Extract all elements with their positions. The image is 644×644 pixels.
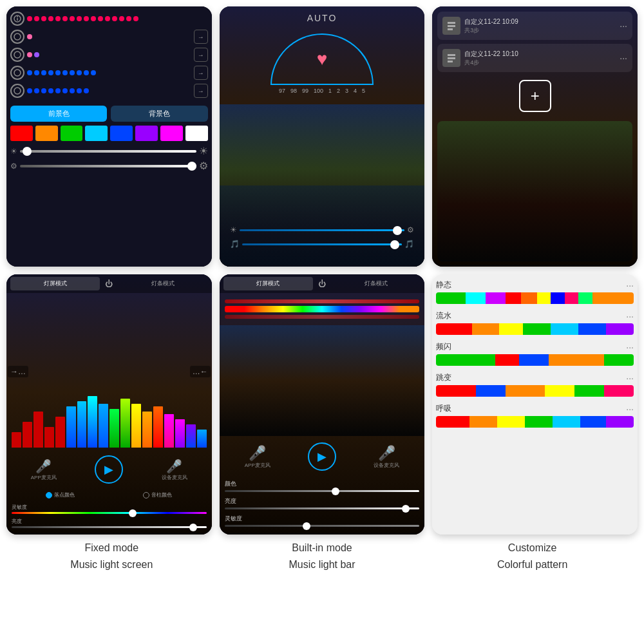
cp-dots-flow[interactable]: ··· xyxy=(626,311,634,321)
ms-bottom-sliders: 灵敏度 亮度 xyxy=(6,501,212,535)
mb-tab-screen[interactable]: 灯屏模式 xyxy=(223,277,313,290)
fm-icon-4 xyxy=(10,66,24,80)
mb-slider2-label: 亮度 xyxy=(225,497,420,506)
mb-thumb-3[interactable] xyxy=(303,522,310,530)
builtin-thumb-1[interactable] xyxy=(393,226,402,235)
mb-mic-label-right: 设备麦克风 xyxy=(374,462,399,469)
fm-dots-row-2 xyxy=(27,34,191,39)
builtin-slider-1[interactable] xyxy=(240,229,405,231)
fm-foreground-btn[interactable]: 前景色 xyxy=(10,106,107,122)
builtin-slider-2[interactable] xyxy=(242,243,402,245)
fm-speed-icon-left: ⚙ xyxy=(10,162,17,171)
cust-text-2: 自定义11-22 10:10 共4步 xyxy=(464,50,616,67)
cust-dots-2[interactable]: ··· xyxy=(620,53,627,63)
cp-seg xyxy=(606,416,634,428)
cust-item-1[interactable]: 自定义11-22 10:09 共3步 ··· xyxy=(437,12,632,40)
ms-power-icon[interactable]: ⏻ xyxy=(105,279,113,289)
fm-dots-row-1 xyxy=(27,16,208,21)
cp-bar-jump xyxy=(436,385,634,397)
fm-arrow-5[interactable]: → xyxy=(194,84,208,98)
cp-seg xyxy=(553,416,580,428)
cp-seg xyxy=(436,385,475,397)
cp-dots-jump[interactable]: ··· xyxy=(626,373,634,383)
fm-arrow-2[interactable]: → xyxy=(194,30,208,44)
fm-icon-1 xyxy=(10,12,24,26)
cp-title-flash: 频闪 xyxy=(436,341,451,352)
cust-add-btn[interactable]: + xyxy=(519,80,551,112)
cp-seg xyxy=(486,292,506,304)
cp-seg xyxy=(519,354,549,366)
cp-bar-flow xyxy=(436,323,634,335)
fm-thumb-1[interactable] xyxy=(23,147,32,156)
ms-mic-right-group: 🎤 设备麦克风 xyxy=(162,459,187,481)
cp-title-static: 静态 xyxy=(436,279,451,290)
ms-next-btn[interactable]: …← xyxy=(190,366,211,377)
cp-dots-static[interactable]: ··· xyxy=(626,280,634,290)
ms-radio-item-1[interactable]: 落点颜色 xyxy=(46,491,75,498)
cp-seg xyxy=(551,292,564,304)
fm-slider-1[interactable] xyxy=(20,150,196,153)
fm-swatch-red[interactable] xyxy=(10,126,33,141)
fm-thumb-2[interactable] xyxy=(187,162,196,171)
cp-dots-breathe[interactable]: ··· xyxy=(626,404,634,414)
cp-seg xyxy=(551,323,578,335)
cp-header-jump: 跳变 ··· xyxy=(436,372,634,383)
fm-row-2: → xyxy=(10,30,208,44)
ms-slider-1[interactable] xyxy=(12,512,207,514)
ms-radio-item-2[interactable]: 音柱颜色 xyxy=(143,491,172,498)
ms-play-btn[interactable]: ▶ xyxy=(95,455,123,484)
builtin-brightness-icon-left: ☀ xyxy=(230,225,237,234)
mb-mic-label-left: APP麦克风 xyxy=(245,462,270,469)
cp-item-breathe: 呼吸 ··· xyxy=(436,403,634,428)
mb-play-btn[interactable]: ▶ xyxy=(308,442,336,471)
cp-title-flow: 流水 xyxy=(436,310,451,321)
ms-prev-btn[interactable]: →… xyxy=(8,366,28,377)
fm-swatch-pink[interactable] xyxy=(160,126,183,141)
mb-tab-bar[interactable]: 灯条模式 xyxy=(331,277,421,290)
builtin-settings-icon[interactable]: ⚙ xyxy=(407,225,414,234)
fm-dots-row-3 xyxy=(27,52,191,57)
ms-radio-circle-2 xyxy=(143,492,149,498)
fm-swatch-orange[interactable] xyxy=(35,126,58,141)
mb-bar-visual xyxy=(220,293,425,325)
cp-seg xyxy=(436,416,469,428)
fm-color-buttons: 前景色 背景色 xyxy=(10,106,208,122)
cust-title-2: 自定义11-22 10:10 xyxy=(464,50,616,59)
fm-arrow-3[interactable]: → xyxy=(194,48,208,62)
builtin-thumb-2[interactable] xyxy=(390,240,399,249)
ms-mic-left-group: 🎤 APP麦克风 xyxy=(31,459,57,481)
mb-slider-3[interactable] xyxy=(225,525,420,527)
ms-mic-icon-left: 🎤 xyxy=(31,459,57,474)
fm-background-btn[interactable]: 背景色 xyxy=(111,106,207,122)
cp-seg xyxy=(523,323,551,335)
mb-slider-1[interactable] xyxy=(225,490,420,492)
mb-thumb-1[interactable] xyxy=(332,488,339,495)
cp-seg xyxy=(578,292,592,304)
ms-tab-screen[interactable]: 灯屏模式 xyxy=(10,277,100,290)
mb-slider-section: 颜色 亮度 灵敏度 xyxy=(220,477,425,535)
cust-item-2[interactable]: 自定义11-22 10:10 共4步 ··· xyxy=(437,44,632,72)
cp-seg xyxy=(604,385,634,397)
fm-swatch-blue[interactable] xyxy=(110,126,133,141)
ms-tab-bar[interactable]: 灯条模式 xyxy=(118,277,207,290)
cust-icon-2 xyxy=(442,49,460,67)
ms-tabs: 灯屏模式 ⏻ 灯条模式 xyxy=(6,274,212,293)
fm-swatch-green[interactable] xyxy=(61,126,83,141)
ms-slider-2[interactable] xyxy=(12,526,207,528)
ms-thumb-1[interactable] xyxy=(129,509,137,517)
cust-dots-1[interactable]: ··· xyxy=(620,21,627,31)
fm-swatch-cyan[interactable] xyxy=(85,126,108,141)
cp-dots-flash[interactable]: ··· xyxy=(626,342,634,352)
mb-controls: 🎤 APP麦克风 ▶ 🎤 设备麦克风 xyxy=(220,436,425,477)
mb-slider-2[interactable] xyxy=(225,507,420,509)
cp-seg xyxy=(604,354,634,366)
fm-slider-2[interactable] xyxy=(20,165,196,167)
fm-swatch-white[interactable] xyxy=(185,126,208,141)
fm-swatch-purple[interactable] xyxy=(135,126,158,141)
mb-power-icon[interactable]: ⏻ xyxy=(318,279,326,289)
cp-bar-breathe xyxy=(436,416,634,428)
fm-arrow-4[interactable]: → xyxy=(194,66,208,80)
ms-thumb-2[interactable] xyxy=(189,524,197,531)
mb-thumb-2[interactable] xyxy=(402,505,410,513)
cp-seg xyxy=(476,385,506,397)
